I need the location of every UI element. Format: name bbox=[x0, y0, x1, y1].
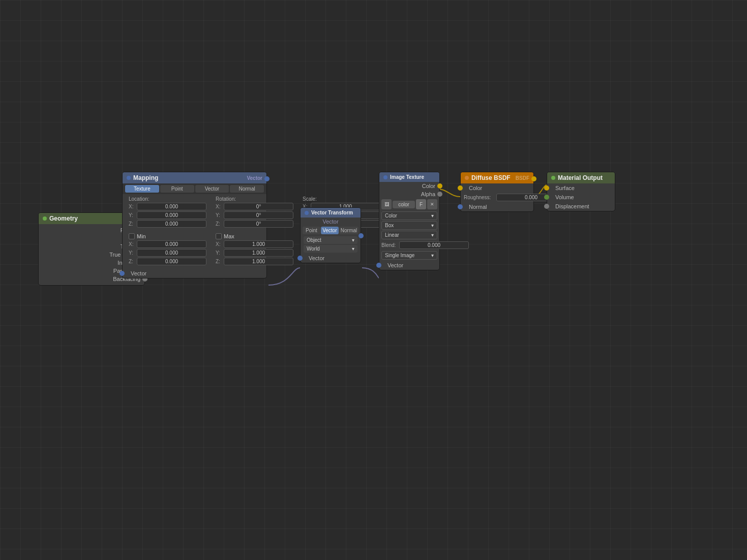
img-box-dropdown[interactable]: Box ▾ bbox=[381, 221, 437, 230]
vt-from-label: Object bbox=[307, 237, 321, 243]
max-z-input[interactable] bbox=[224, 258, 293, 265]
output-volume-socket[interactable] bbox=[544, 195, 549, 200]
output-surface-socket[interactable] bbox=[544, 185, 549, 191]
img-color-socket[interactable] bbox=[437, 183, 442, 189]
loc-y-label: Y: bbox=[129, 212, 136, 218]
vt-vector-output-socket[interactable] bbox=[358, 233, 364, 238]
mapping-vector-label: Vector bbox=[131, 270, 146, 276]
img-color-row: Color bbox=[379, 182, 439, 190]
max-checkbox-row: Max bbox=[213, 232, 296, 240]
diffuse-color-row: Color bbox=[461, 183, 533, 193]
vt-vector-label: Vector bbox=[301, 217, 361, 226]
img-dot bbox=[383, 175, 387, 179]
output-displacement-socket[interactable] bbox=[544, 204, 549, 209]
img-color-dropdown[interactable]: Color ▾ bbox=[381, 211, 437, 220]
img-icons-row: 🖼 color F ✕ bbox=[379, 198, 439, 210]
diffuse-bsdf-output-socket[interactable] bbox=[531, 176, 536, 181]
max-x-input[interactable] bbox=[224, 240, 293, 248]
min-x-input[interactable] bbox=[137, 240, 206, 248]
img-color-label: Color bbox=[422, 183, 435, 189]
diffuse-normal-label: Normal bbox=[469, 204, 487, 210]
output-header: Material Output bbox=[547, 172, 615, 183]
diffuse-color-socket[interactable] bbox=[458, 185, 463, 191]
max-y-label: Y: bbox=[216, 250, 223, 256]
img-box-dropdown-arrow: ▾ bbox=[431, 223, 434, 228]
img-vector-socket[interactable] bbox=[376, 263, 381, 268]
mapping-node-dot bbox=[127, 176, 131, 180]
max-checkbox[interactable] bbox=[216, 233, 222, 239]
vt-to-dropdown[interactable]: World ▾ bbox=[304, 245, 357, 253]
vt-vector-input-socket[interactable] bbox=[297, 256, 303, 261]
diffuse-header: Diffuse BSDF BSDF bbox=[461, 172, 533, 183]
img-delete-icon-btn[interactable]: ✕ bbox=[427, 199, 437, 209]
vt-tabs: Point Vector Normal bbox=[301, 226, 361, 235]
diffuse-roughness-row: Roughness: bbox=[461, 193, 533, 202]
mapping-tab-vector[interactable]: Vector bbox=[195, 185, 229, 193]
mapping-tab-point[interactable]: Point bbox=[160, 185, 194, 193]
vt-dot bbox=[305, 211, 309, 215]
diffuse-normal-socket[interactable] bbox=[458, 204, 463, 209]
rot-z-input[interactable] bbox=[224, 220, 293, 228]
min-label: Min bbox=[137, 233, 146, 239]
img-f-btn[interactable]: F bbox=[416, 199, 426, 209]
img-blend-label: Blend: bbox=[381, 242, 398, 248]
output-displacement-row: Displacement bbox=[547, 202, 615, 211]
mapping-node-title: Mapping bbox=[133, 174, 158, 181]
img-vector-input-row: Vector bbox=[379, 261, 439, 270]
img-singleimage-dropdown[interactable]: Single Image ▾ bbox=[381, 251, 437, 260]
rot-x-input[interactable] bbox=[224, 203, 293, 210]
min-checkbox-row: Min bbox=[126, 232, 210, 240]
image-texture-node: Image Texture Color Alpha 🖼 color F ✕ Co… bbox=[379, 172, 440, 270]
diffuse-color-label: Color bbox=[469, 185, 482, 191]
mapping-tab-normal[interactable]: Normal bbox=[230, 185, 264, 193]
loc-x-label: X: bbox=[129, 204, 136, 209]
rot-x-label: X: bbox=[216, 204, 223, 209]
img-alpha-label: Alpha bbox=[421, 191, 435, 197]
img-linear-dropdown-arrow: ▾ bbox=[431, 232, 434, 238]
loc-x-input[interactable] bbox=[137, 203, 206, 210]
vt-tab-normal[interactable]: Normal bbox=[339, 227, 358, 234]
max-z-label: Z: bbox=[216, 259, 223, 264]
rotation-section-label: Rotation: bbox=[213, 195, 296, 203]
img-title: Image Texture bbox=[390, 174, 424, 180]
img-color-btn[interactable]: color bbox=[393, 201, 415, 208]
max-y-input[interactable] bbox=[224, 249, 293, 257]
min-y-input[interactable] bbox=[137, 249, 206, 257]
output-node: Material Output Surface Volume Displacem… bbox=[547, 172, 615, 211]
img-texture-icon-btn[interactable]: 🖼 bbox=[381, 199, 392, 209]
output-displacement-label: Displacement bbox=[555, 203, 589, 209]
loc-z-label: Z: bbox=[129, 221, 136, 227]
img-linear-dropdown[interactable]: Linear ▾ bbox=[381, 231, 437, 239]
mapping-vector-output-socket[interactable] bbox=[264, 176, 270, 181]
vt-to-arrow: ▾ bbox=[352, 246, 354, 252]
vt-tab-vector[interactable]: Vector bbox=[321, 227, 339, 234]
mapping-vector-top: Vector bbox=[247, 175, 262, 181]
output-title: Material Output bbox=[558, 174, 603, 181]
mapping-vector-input-socket[interactable] bbox=[119, 271, 125, 276]
loc-z-input[interactable] bbox=[137, 220, 206, 228]
vt-to-label: World bbox=[307, 246, 320, 252]
mapping-tab-texture[interactable]: Texture bbox=[125, 185, 159, 193]
output-surface-row: Surface bbox=[547, 183, 615, 193]
vt-vector-input-row: Vector bbox=[301, 254, 361, 263]
diffuse-node: Diffuse BSDF BSDF Color Roughness: Norma… bbox=[460, 172, 534, 212]
rot-y-input[interactable] bbox=[224, 211, 293, 219]
img-blend-input[interactable] bbox=[399, 241, 469, 249]
diffuse-bsdf-label: BSDF bbox=[516, 175, 529, 181]
output-volume-label: Volume bbox=[555, 194, 574, 200]
mapping-vector-input-row: Vector bbox=[123, 269, 266, 278]
loc-y-input[interactable] bbox=[137, 211, 206, 219]
min-z-input[interactable] bbox=[137, 258, 206, 265]
min-checkbox[interactable] bbox=[129, 233, 135, 239]
rot-y-label: Y: bbox=[216, 212, 223, 218]
diffuse-dot bbox=[465, 176, 469, 180]
vt-title: Vector Transform bbox=[311, 210, 353, 215]
max-label: Max bbox=[224, 233, 234, 239]
vt-from-dropdown[interactable]: Object ▾ bbox=[304, 236, 357, 244]
img-alpha-socket[interactable] bbox=[437, 192, 442, 197]
max-x-label: X: bbox=[216, 241, 223, 247]
roughness-label: Roughness: bbox=[464, 195, 494, 200]
vt-tab-point[interactable]: Point bbox=[303, 227, 320, 234]
img-singleimage-label: Single Image bbox=[385, 253, 414, 258]
vt-from-arrow: ▾ bbox=[352, 237, 354, 243]
